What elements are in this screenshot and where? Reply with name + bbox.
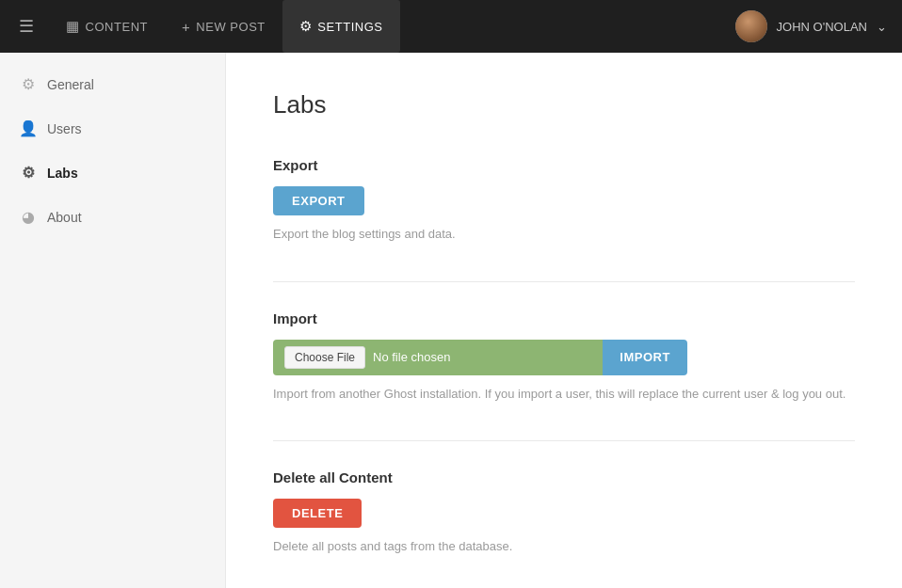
file-input-wrap: Choose File No file chosen	[273, 340, 603, 375]
sidebar-item-general[interactable]: ⚙ General	[0, 62, 225, 106]
delete-section: Delete all Content DELETE Delete all pos…	[273, 469, 855, 556]
menu-icon[interactable]: ☰	[15, 16, 49, 37]
general-icon: ⚙	[19, 75, 38, 93]
sidebar-item-labs[interactable]: ⚙ Labs	[0, 151, 225, 195]
nav-content[interactable]: ▦ CONTENT	[49, 0, 165, 53]
import-title: Import	[273, 310, 855, 326]
nav-settings-label: SETTINGS	[317, 20, 382, 34]
content-icon: ▦	[66, 18, 80, 35]
import-section: Import Choose File No file chosen IMPORT…	[273, 310, 855, 404]
user-menu[interactable]: JOHN O'NOLAN ⌄	[735, 10, 887, 42]
nav-settings[interactable]: ⚙ SETTINGS	[282, 0, 400, 53]
sidebar-label-labs: Labs	[47, 166, 78, 181]
divider-2	[273, 440, 855, 441]
main-content: Labs Export EXPORT Export the blog setti…	[226, 53, 902, 588]
choose-file-button[interactable]: Choose File	[284, 346, 365, 369]
user-name: JOHN O'NOLAN	[777, 20, 867, 34]
settings-icon: ⚙	[299, 18, 313, 35]
export-section: Export EXPORT Export the blog settings a…	[273, 157, 855, 244]
sidebar-item-users[interactable]: 👤 Users	[0, 106, 225, 151]
sidebar: ⚙ General 👤 Users ⚙ Labs ◕ About	[0, 53, 226, 588]
topnav-left: ☰ ▦ CONTENT + NEW POST ⚙ SETTINGS	[15, 0, 400, 53]
sidebar-label-about: About	[47, 210, 82, 225]
divider-1	[273, 281, 855, 282]
import-file-row: Choose File No file chosen IMPORT	[273, 340, 687, 375]
import-description: Import from another Ghost installation. …	[273, 385, 855, 404]
labs-icon: ⚙	[19, 164, 38, 182]
sidebar-item-about[interactable]: ◕ About	[0, 195, 225, 239]
avatar	[735, 10, 767, 42]
nav-new-post[interactable]: + NEW POST	[165, 0, 282, 53]
page-title: Labs	[273, 90, 855, 119]
new-post-icon: +	[182, 19, 190, 35]
users-icon: 👤	[19, 119, 38, 137]
nav-new-post-label: NEW POST	[196, 20, 266, 34]
layout: ⚙ General 👤 Users ⚙ Labs ◕ About Labs Ex…	[0, 53, 902, 588]
sidebar-label-general: General	[47, 77, 94, 92]
delete-button[interactable]: DELETE	[273, 499, 362, 528]
export-title: Export	[273, 157, 855, 173]
export-description: Export the blog settings and data.	[273, 225, 855, 244]
file-name-label: No file chosen	[373, 350, 450, 364]
sidebar-label-users: Users	[47, 121, 82, 136]
nav-content-label: CONTENT	[86, 20, 148, 34]
about-icon: ◕	[19, 208, 38, 226]
delete-title: Delete all Content	[273, 469, 855, 485]
avatar-image	[735, 10, 767, 42]
delete-description: Delete all posts and tags from the datab…	[273, 537, 855, 556]
import-button[interactable]: IMPORT	[603, 340, 687, 375]
topnav: ☰ ▦ CONTENT + NEW POST ⚙ SETTINGS JOHN O…	[0, 0, 902, 53]
export-button[interactable]: EXPORT	[273, 186, 364, 215]
chevron-down-icon: ⌄	[877, 20, 887, 34]
